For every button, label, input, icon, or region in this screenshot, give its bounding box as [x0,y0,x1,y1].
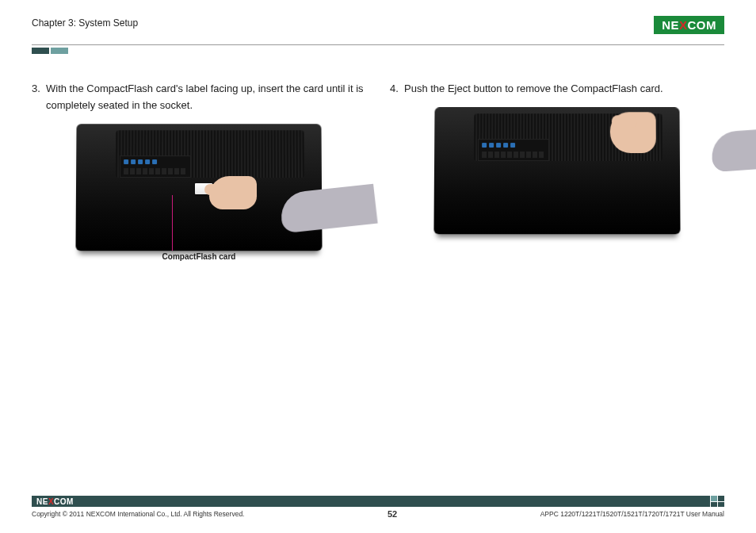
document-title: APPC 1220T/1221T/1520T/1521T/1720T/1721T… [540,510,724,518]
accent-block-light [51,48,68,54]
header-bar: Chapter 3: System Setup NEXCOM [32,16,724,41]
header-accent-blocks [32,48,724,54]
page-number: 52 [388,509,397,519]
chapter-title: Chapter 3: System Setup [32,16,138,29]
accent-square [711,496,717,501]
footer-accent-squares [710,496,724,507]
callout-leader-line [172,195,173,251]
logo-text-x: X [679,18,688,32]
accent-square [711,502,717,508]
sleeve-icon [710,126,756,172]
step-3-text: With the CompactFlash card's label facin… [46,81,366,114]
page-footer: NEXCOM Copyright © 2011 NEXCOM Internati… [32,496,724,519]
step-3-number: 3. [32,81,46,114]
step-4-number: 4. [390,81,404,98]
figure-4-wrap [390,107,724,266]
content-columns: 3. With the CompactFlash card's label fa… [32,81,724,282]
accent-block-dark [32,48,49,54]
right-column: 4. Push the Eject button to remove the C… [390,81,724,282]
device-illustration-insert [75,124,322,251]
step-3: 3. With the CompactFlash card's label fa… [32,81,366,114]
sleeve-icon [279,183,378,232]
accent-square [718,502,724,508]
figure-3-wrap: CompactFlash card [32,124,366,282]
step-4-text: Push the Eject button to remove the Comp… [404,81,724,98]
footer-info-line: Copyright © 2011 NEXCOM International Co… [32,509,724,519]
io-ports-icon [124,159,157,164]
step-4: 4. Push the Eject button to remove the C… [390,81,724,98]
footer-logo-post: COM [54,497,74,506]
footer-logo: NEXCOM [36,497,74,506]
logo-text-post: COM [688,18,717,32]
callout-label: CompactFlash card [32,252,366,261]
left-column: 3. With the CompactFlash card's label fa… [32,81,366,282]
device-illustration-eject [433,107,680,234]
hand-eject-icon [617,113,751,185]
accent-square [718,496,724,501]
finger-icon [612,115,637,128]
header-divider [32,44,724,45]
io-connector-icon [124,168,187,174]
io-panel [120,155,191,178]
io-ports-icon [482,143,515,148]
footer-bar: NEXCOM [32,496,724,507]
footer-logo-pre: NE [36,497,48,506]
hand-insert-icon [209,171,344,227]
logo-text-pre: NE [662,18,679,32]
figure-4 [390,107,724,234]
io-connector-icon [482,151,545,158]
footer-logo-x: X [48,497,54,506]
io-panel [478,139,549,161]
brand-logo: NEXCOM [654,16,724,34]
copyright-text: Copyright © 2011 NEXCOM International Co… [32,510,244,518]
figure-3 [32,124,366,251]
finger-icon [204,184,227,195]
